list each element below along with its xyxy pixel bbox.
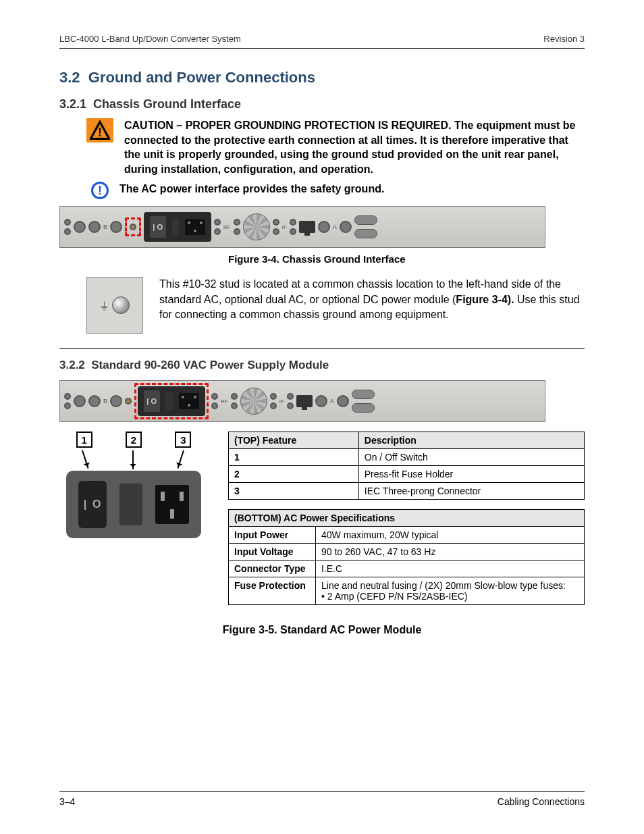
section-3-2-2-heading: 3.2.2 Standard 90-260 VAC Power Supply M… (59, 359, 585, 372)
table-row: 2Press-fit Fuse Holder (229, 466, 585, 483)
feature-table: (TOP) FeatureDescription 1On / Off Switc… (228, 432, 585, 500)
header-rule (59, 48, 585, 49)
callout-label-3: 3 (175, 432, 191, 448)
footer-page-number: 3–4 (59, 796, 75, 807)
db9-connector (354, 215, 377, 225)
ground-stud-highlight (125, 217, 141, 236)
figure-3-5-caption: Figure 3-5. Standard AC Power Module (59, 624, 585, 636)
header-product: LBC-4000 L-Band Up/Down Converter System (59, 34, 241, 44)
table-row: 1On / Off Switch (229, 449, 585, 466)
callout-label-1: 1 (76, 432, 92, 448)
psu-callout-diagram: 1 2 3 | O (59, 432, 208, 538)
table-row: Fuse ProtectionLine and neutral fusing /… (229, 577, 585, 605)
psu-detail-row: 1 2 3 | O (TOP) FeatureDesc (59, 432, 585, 615)
table-row: 3IEC Three-prong Connector (229, 483, 585, 500)
ground-symbol-icon: ⏚ (101, 298, 108, 313)
callout-label-2: 2 (126, 432, 142, 448)
figure-3-4-rear-panel: B | O RF IF A (59, 206, 545, 248)
section-3-2-heading: 3.2 Ground and Power Connections (59, 69, 585, 86)
iec-connector-icon (155, 485, 189, 524)
rocker-switch-icon: | O (78, 481, 107, 528)
stud-description-row: ⏚ This #10-32 stud is located at a commo… (86, 277, 585, 334)
caution-text: CAUTION – PROPER GROUNDING PROTECTION IS… (124, 118, 585, 176)
ac-spec-table: (BOTTOM) AC Power Specifications Input P… (228, 509, 585, 605)
stud-bolt-icon (112, 296, 130, 314)
psu-closeup-photo: | O (66, 471, 201, 538)
spec-tables: (TOP) FeatureDescription 1On / Off Switc… (228, 432, 585, 615)
power-switch: | O (150, 216, 166, 238)
header-revision: Revision 3 (543, 34, 585, 44)
ground-stud-photo: ⏚ (86, 277, 143, 334)
page-footer: 3–4 Cabling Connections (59, 796, 585, 807)
section-divider (59, 348, 585, 349)
footer-rule (59, 791, 585, 792)
svg-text:!: ! (98, 126, 102, 139)
iec-connector (185, 219, 205, 235)
table-row: Input Power40W maximum, 20W typical (229, 527, 585, 544)
caution-block: ! CAUTION – PROPER GROUNDING PROTECTION … (86, 118, 585, 176)
info-circle-icon: ! (91, 182, 109, 199)
fan-icon (243, 213, 270, 240)
psu-module: | O (144, 212, 211, 242)
stud-paragraph: This #10-32 stud is located at a common … (159, 277, 585, 322)
section-3-2-1-heading: 3.2.1 Chassis Ground Interface (59, 97, 585, 111)
figure-3-4-caption: Figure 3-4. Chassis Ground Interface (228, 253, 585, 265)
caution-triangle-icon: ! (86, 118, 113, 142)
table-row: Input Voltage90 to 260 VAC, 47 to 63 Hz (229, 544, 585, 561)
psu-highlight: | O (134, 383, 209, 419)
ethernet-port-icon (299, 221, 315, 233)
table-row: Connector TypeI.E.C (229, 561, 585, 577)
info-text: The AC power interface provides the safe… (119, 182, 384, 197)
footer-section: Cabling Connections (498, 796, 585, 807)
page-header: LBC-4000 L-Band Up/Down Converter System… (59, 34, 585, 44)
figure-3-5-rear-panel: B | O RF IF A (59, 380, 545, 422)
db9-connector (354, 229, 377, 238)
fuse-holder-icon (119, 484, 142, 525)
info-block: ! The AC power interface provides the sa… (86, 182, 585, 199)
